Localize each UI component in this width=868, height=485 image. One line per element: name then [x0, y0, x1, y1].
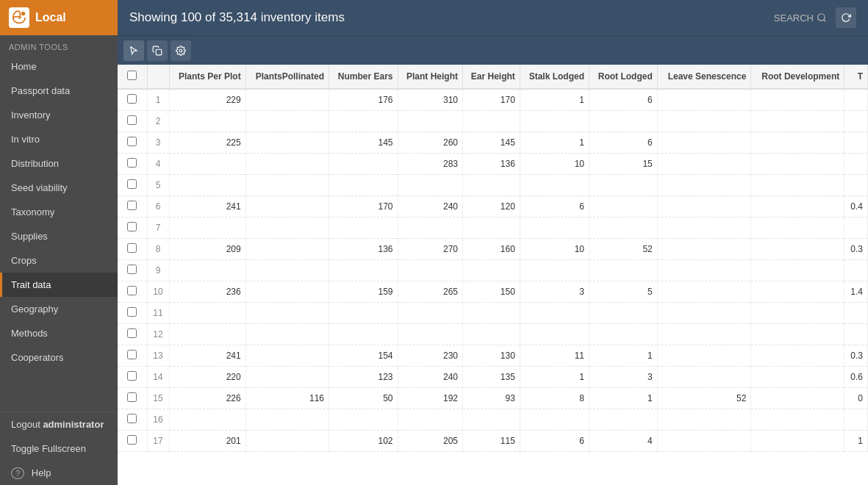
- row-checkbox[interactable]: [127, 158, 137, 168]
- table-row: 12: [118, 324, 868, 345]
- col-leave-senescence[interactable]: Leave Senescence: [657, 65, 751, 89]
- col-stalk-lodged[interactable]: Stalk Lodged: [520, 65, 589, 89]
- table-header-row: Plants Per Plot PlantsPollinated Number …: [118, 65, 868, 89]
- table-row: 322514526014516: [118, 132, 868, 154]
- copy-button[interactable]: [147, 40, 168, 61]
- table-row: 7: [118, 218, 868, 239]
- col-plant-height[interactable]: Plant Height: [398, 65, 463, 89]
- row-checkbox[interactable]: [127, 286, 137, 295]
- col-root-lodged[interactable]: Root Lodged: [589, 65, 658, 89]
- table-row: 11: [118, 303, 868, 324]
- sidebar-bottom: Logout administrator Toggle Fullscreen ?…: [0, 412, 118, 485]
- col-t[interactable]: T: [844, 65, 868, 89]
- table-row: 122917631017016: [118, 89, 868, 111]
- refresh-icon: [841, 12, 851, 23]
- row-checkbox[interactable]: [127, 435, 137, 445]
- select-tool-button[interactable]: [123, 40, 144, 61]
- table-row: 42831361015: [118, 154, 868, 175]
- inventory-table: Plants Per Plot PlantsPollinated Number …: [118, 65, 868, 452]
- sidebar-item-methods[interactable]: Methods: [0, 321, 118, 345]
- search-button[interactable]: SEARCH: [774, 12, 827, 24]
- table-row: 17201102205115641: [118, 431, 868, 452]
- table-row: 10236159265150351.4: [118, 281, 868, 303]
- row-checkbox[interactable]: [127, 350, 137, 359]
- table-row: 820913627016010520.3: [118, 239, 868, 260]
- sidebar-item-in-vitro[interactable]: In vitro: [0, 127, 118, 151]
- sidebar-item-trait-data[interactable]: Trait data: [0, 273, 118, 297]
- sidebar-item-toggle-fullscreen[interactable]: Toggle Fullscreen: [0, 436, 118, 461]
- header-actions: SEARCH: [774, 7, 856, 28]
- col-ear-height[interactable]: Ear Height: [463, 65, 520, 89]
- sidebar-item-crops[interactable]: Crops: [0, 248, 118, 273]
- svg-point-4: [179, 49, 182, 52]
- row-checkbox[interactable]: [127, 371, 137, 381]
- table-row: 2: [118, 111, 868, 132]
- col-root-development[interactable]: Root Development: [751, 65, 844, 89]
- table-row: 5: [118, 175, 868, 196]
- table-row: 624117024012060.4: [118, 196, 868, 218]
- settings-button[interactable]: [171, 40, 191, 61]
- row-checkbox[interactable]: [127, 201, 137, 210]
- sidebar-item-help[interactable]: ? Help: [0, 461, 118, 485]
- col-plants-per-plot[interactable]: Plants Per Plot: [169, 65, 245, 89]
- row-checkbox[interactable]: [127, 94, 137, 104]
- col-row-num: [147, 65, 169, 89]
- sidebar-item-cooperators[interactable]: Cooperators: [0, 345, 118, 370]
- sidebar-item-taxonomy[interactable]: Taxonomy: [0, 200, 118, 224]
- help-icon: ?: [11, 467, 24, 479]
- sidebar: Local Admin tools Home Passport data Inv…: [0, 0, 118, 485]
- svg-point-1: [818, 14, 825, 21]
- sidebar-item-home[interactable]: Home: [0, 54, 118, 79]
- svg-line-2: [824, 20, 826, 22]
- sidebar-item-supplies[interactable]: Supplies: [0, 224, 118, 248]
- data-table-container[interactable]: Plants Per Plot PlantsPollinated Number …: [118, 65, 868, 485]
- main-content: Showing 100 of 35,314 inventory items SE…: [118, 0, 868, 485]
- app-logo[interactable]: Local: [0, 0, 118, 35]
- row-checkbox[interactable]: [127, 414, 137, 423]
- row-checkbox[interactable]: [127, 392, 137, 402]
- copy-icon: [152, 46, 162, 56]
- row-checkbox[interactable]: [127, 115, 137, 125]
- row-checkbox[interactable]: [127, 265, 137, 274]
- row-checkbox[interactable]: [127, 222, 137, 231]
- svg-point-0: [21, 12, 26, 16]
- col-plants-pollinated[interactable]: PlantsPollinated: [245, 65, 329, 89]
- refresh-button[interactable]: [836, 7, 856, 28]
- row-checkbox[interactable]: [127, 328, 137, 338]
- row-checkbox[interactable]: [127, 307, 137, 317]
- table-row: 15226116501929381520: [118, 388, 868, 409]
- col-number-ears[interactable]: Number Ears: [329, 65, 398, 89]
- sidebar-item-logout[interactable]: Logout administrator: [0, 412, 118, 436]
- table-row: 9: [118, 260, 868, 281]
- app-title: Local: [35, 11, 66, 24]
- gear-icon: [176, 46, 186, 56]
- svg-rect-3: [156, 49, 162, 55]
- table-row: 16: [118, 409, 868, 431]
- search-icon: [817, 12, 827, 23]
- select-all-checkbox[interactable]: [127, 71, 137, 80]
- cursor-icon: [129, 46, 139, 56]
- page-title: Showing 100 of 35,314 inventory items: [129, 10, 774, 25]
- table-row: 132411542301301110.3: [118, 345, 868, 367]
- header: Showing 100 of 35,314 inventory items SE…: [118, 0, 868, 35]
- select-all-header[interactable]: [118, 65, 147, 89]
- admin-section-label: Admin tools: [0, 35, 118, 54]
- table-row: 14220123240135130.6: [118, 367, 868, 388]
- row-checkbox[interactable]: [127, 179, 137, 189]
- row-checkbox[interactable]: [127, 243, 137, 253]
- sidebar-item-distribution[interactable]: Distribution: [0, 151, 118, 176]
- table-body: 1229176310170162322514526014516428313610…: [118, 89, 868, 452]
- toolbar: [118, 35, 868, 65]
- sidebar-item-passport-data[interactable]: Passport data: [0, 79, 118, 103]
- logo-icon: [9, 7, 29, 28]
- sidebar-item-inventory[interactable]: Inventory: [0, 103, 118, 127]
- sidebar-item-seed-viability[interactable]: Seed viability: [0, 176, 118, 200]
- sidebar-item-geography[interactable]: Geography: [0, 297, 118, 321]
- row-checkbox[interactable]: [127, 137, 137, 146]
